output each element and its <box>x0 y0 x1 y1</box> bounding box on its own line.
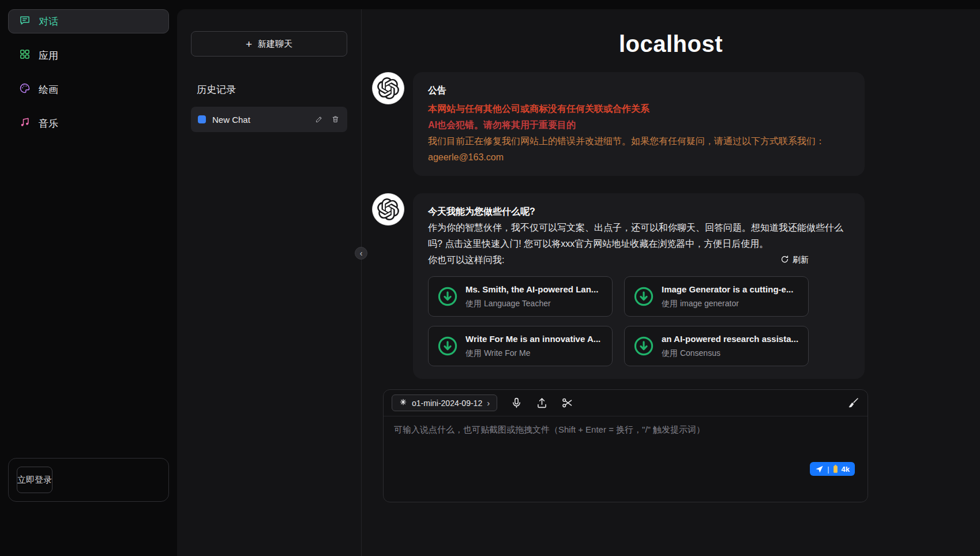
announcement-title: 公告 <box>428 82 850 99</box>
greeting-title: 今天我能为您做些什么呢? <box>428 204 850 220</box>
music-note-icon <box>19 117 31 131</box>
send-plane-icon <box>815 465 824 474</box>
composer-toolbar: o1-mini-2024-09-12 › <box>384 390 868 416</box>
chat-color-dot <box>198 115 206 123</box>
suggestion-card[interactable]: Write For Me is an innovative A... 使用 Wr… <box>428 326 613 366</box>
sidebar-item-chat[interactable]: 对话 <box>8 9 169 33</box>
refresh-suggestions-button[interactable]: 刷新 <box>780 255 809 265</box>
message-list: 公告 本网站与任何其他公司或商标没有任何关联或合作关系 AI也会犯错。请勿将其用… <box>362 57 980 379</box>
openai-logo-icon <box>377 77 399 99</box>
history-title: 历史记录 <box>191 83 347 96</box>
chevron-right-icon: › <box>487 398 490 408</box>
sidebar-item-drawing[interactable]: 绘画 <box>8 77 169 102</box>
chat-main: localhost 公告 本网站与任何其他公司或商标没有任何关联或合作关系 AI… <box>362 9 980 556</box>
scissors-icon <box>561 402 573 411</box>
download-circle-icon <box>437 285 459 307</box>
sidebar: 对话 应用 绘画 <box>0 0 177 556</box>
microphone-button[interactable] <box>510 397 523 410</box>
new-chat-label: 新建聊天 <box>258 39 292 50</box>
ask-hint: 你也可以这样问我: <box>428 252 504 268</box>
collapse-sidebar-handle[interactable]: ‹ <box>355 247 367 260</box>
assistant-message: 公告 本网站与任何其他公司或商标没有任何关联或合作关系 AI也会犯错。请勿将其用… <box>372 72 865 176</box>
edit-chat-button[interactable] <box>314 115 324 125</box>
palette-icon <box>19 82 31 97</box>
sidebar-item-music[interactable]: 音乐 <box>8 111 169 136</box>
sidebar-item-label: 绘画 <box>39 83 58 96</box>
suggestion-card[interactable]: Ms. Smith, the AI-powered Lan... 使用 Lang… <box>428 276 613 317</box>
suggestion-text: an AI-powered research assista... 使用 Con… <box>662 333 798 359</box>
app-root: 对话 应用 绘画 <box>0 0 980 556</box>
apps-grid-icon <box>19 48 31 63</box>
chat-item-title: New Chat <box>212 115 308 125</box>
greeting-bubble: 今天我能为您做些什么呢? 作为你的智慧伙伴，我不仅可以写文案、出点子，还可以和你… <box>413 193 865 379</box>
ask-hint-row: 你也可以这样问我: 刷新 <box>428 252 809 268</box>
clear-context-button[interactable] <box>847 397 859 410</box>
suggestion-text: Image Generator is a cutting-e... 使用 ima… <box>662 284 793 309</box>
token-battery-icon <box>833 464 838 474</box>
refresh-icon <box>780 255 789 265</box>
trash-icon <box>331 117 340 125</box>
suggestion-title: Write For Me is an innovative A... <box>465 333 600 345</box>
token-count: 4k <box>842 465 850 474</box>
suggestion-text: Ms. Smith, the AI-powered Lan... 使用 Lang… <box>465 284 598 309</box>
model-name: o1-mini-2024-09-12 <box>412 399 482 408</box>
suggestion-title: an AI-powered research assista... <box>662 333 798 345</box>
page-title: localhost <box>362 31 980 57</box>
plus-icon: + <box>246 39 252 50</box>
pencil-icon <box>315 117 324 125</box>
download-circle-icon <box>633 335 655 357</box>
suggestion-subtitle: 使用 image generator <box>662 298 793 309</box>
sidebar-item-label: 音乐 <box>39 117 58 130</box>
greeting-body: 作为你的智慧伙伴，我不仅可以写文案、出点子，还可以和你聊天、回答问题。想知道我还… <box>428 220 850 252</box>
composer: o1-mini-2024-09-12 › <box>383 389 868 502</box>
chevron-left-icon: ‹ <box>360 249 363 257</box>
suggestion-title: Image Generator is a cutting-e... <box>662 284 793 295</box>
screenshot-crop-button[interactable] <box>561 397 573 410</box>
broom-icon <box>847 402 859 411</box>
login-box: 立即登录 <box>8 458 169 502</box>
suggestion-subtitle: 使用 Write For Me <box>465 348 600 359</box>
openai-logo-avatar <box>372 72 404 104</box>
sidebar-item-apps[interactable]: 应用 <box>8 43 169 67</box>
openai-logo-avatar <box>372 193 404 226</box>
right-panel: + 新建聊天 历史记录 New Chat <box>177 9 980 556</box>
announcement-line: 本网站与任何其他公司或商标没有任何关联或合作关系 <box>428 101 850 117</box>
openai-logo-icon <box>377 198 399 220</box>
message-input[interactable] <box>394 424 857 469</box>
announcement-line: 我们目前正在修复我们网站上的错误并改进细节。如果您有任何疑问，请通过以下方式联系… <box>428 133 850 149</box>
send-button[interactable]: | 4k <box>810 462 855 476</box>
suggestion-text: Write For Me is an innovative A... 使用 Wr… <box>465 333 600 359</box>
suggestion-card[interactable]: an AI-powered research assista... 使用 Con… <box>624 326 809 366</box>
model-selector-button[interactable]: o1-mini-2024-09-12 › <box>392 395 497 411</box>
refresh-label: 刷新 <box>793 255 809 265</box>
download-circle-icon <box>437 335 459 357</box>
chat-list-item[interactable]: New Chat <box>191 107 347 132</box>
badge-divider: | <box>827 465 829 474</box>
download-circle-icon <box>633 285 655 307</box>
composer-body <box>384 416 868 502</box>
new-chat-button[interactable]: + 新建聊天 <box>191 31 347 57</box>
chat-list-panel: + 新建聊天 历史记录 New Chat <box>177 9 362 556</box>
suggestion-subtitle: 使用 Language Teacher <box>465 298 598 309</box>
sidebar-item-label: 对话 <box>39 15 58 28</box>
suggestion-grid: Ms. Smith, the AI-powered Lan... 使用 Lang… <box>428 276 850 366</box>
delete-chat-button[interactable] <box>331 115 340 125</box>
contact-email-link[interactable]: ageerle@163.com <box>428 149 850 166</box>
microphone-icon <box>510 402 523 411</box>
assistant-message: 今天我能为您做些什么呢? 作为你的智慧伙伴，我不仅可以写文案、出点子，还可以和你… <box>372 193 865 379</box>
suggestion-card[interactable]: Image Generator is a cutting-e... 使用 ima… <box>624 276 809 317</box>
suggestion-subtitle: 使用 Consensus <box>662 348 798 359</box>
suggestion-title: Ms. Smith, the AI-powered Lan... <box>465 284 598 295</box>
upload-button[interactable] <box>535 397 548 410</box>
upload-icon <box>536 402 548 411</box>
login-button[interactable]: 立即登录 <box>17 467 52 493</box>
model-sparkle-icon <box>399 398 407 408</box>
chat-bubble-icon <box>19 14 31 29</box>
sidebar-item-label: 应用 <box>39 49 58 62</box>
announcement-bubble: 公告 本网站与任何其他公司或商标没有任何关联或合作关系 AI也会犯错。请勿将其用… <box>413 72 865 176</box>
announcement-line: AI也会犯错。请勿将其用于重要目的 <box>428 117 850 133</box>
